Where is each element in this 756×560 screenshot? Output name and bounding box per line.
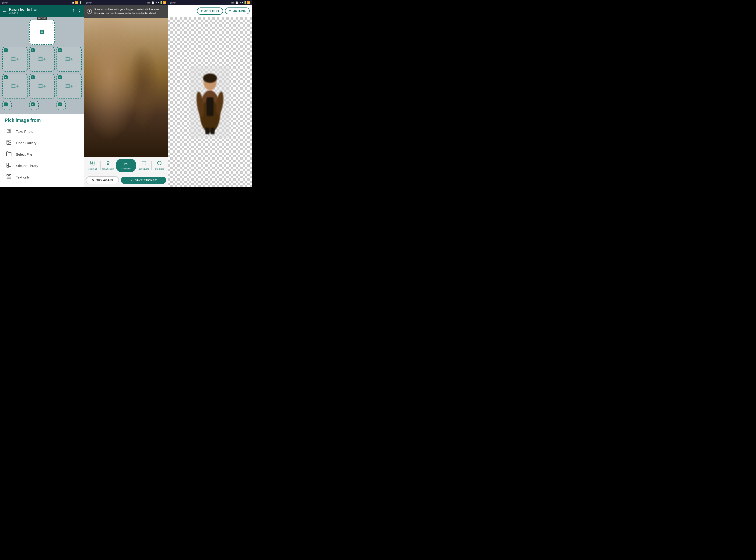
cell-number-1: 1: [4, 48, 8, 52]
image-canvas[interactable]: [84, 18, 168, 157]
try-again-label: TRY AGAIN: [96, 179, 113, 182]
time-2: 18:04: [86, 1, 93, 4]
sticker-library-label: Sticker Library: [16, 164, 38, 168]
add-text-T-icon: T: [201, 9, 203, 13]
tool-cut-square[interactable]: Cut square: [136, 159, 152, 172]
try-again-x-icon: ✕: [92, 179, 95, 182]
sticker-cell-7[interactable]: 7: [2, 101, 12, 110]
save-sticker-button[interactable]: ✓ SAVE STICKER: [121, 177, 166, 184]
smart-select-icon: [105, 161, 111, 167]
svg-rect-6: [7, 175, 8, 176]
bottom-sheet: Pick image from Take Photo Open Gallery: [0, 114, 84, 187]
svg-point-0: [8, 130, 10, 132]
menu-item-select-file[interactable]: Select File: [5, 148, 79, 160]
tool-freehand[interactable]: ✂ Freehand: [116, 159, 136, 172]
cell-number-3: 3: [58, 48, 62, 52]
sticker-cell-1[interactable]: 1 🖼+: [2, 47, 27, 72]
panel-whatsapp: 18:04 ▣ 📶 🔋 ← Pawri ho rhi hai ak1411 ⤴ …: [0, 0, 84, 187]
sticker-cell-2[interactable]: 2 🖼+: [29, 47, 55, 72]
menu-icon[interactable]: ⋮: [78, 8, 82, 14]
cell-number-9: 9: [58, 102, 62, 106]
sticker-cell-6[interactable]: 6 🖼+: [57, 74, 82, 99]
tool-smart-select[interactable]: Smart select: [101, 159, 116, 172]
tray-label: tray icon: [37, 17, 47, 20]
add-text-button[interactable]: T ADD TEXT: [197, 7, 223, 15]
camera-icon: [6, 128, 12, 135]
sticker-grid-row4: 7 8 9: [2, 101, 82, 110]
sticker-grid-row2: 1 🖼+ 2 🖼+ 3 🖼+: [2, 47, 82, 72]
cut-circle-icon: [157, 161, 162, 167]
outline-button[interactable]: ✏ OUTLINE: [225, 7, 250, 14]
cut-square-icon: [141, 161, 146, 167]
menu-item-open-gallery[interactable]: Open Gallery: [5, 137, 79, 148]
svg-rect-11: [93, 161, 95, 163]
sticker-cell-4[interactable]: 4 🖼+: [2, 74, 27, 99]
cell-number-8: 8: [31, 102, 35, 106]
select-file-label: Select File: [16, 152, 32, 156]
time-1: 18:04: [2, 1, 8, 4]
open-gallery-label: Open Gallery: [16, 141, 36, 145]
preview-header: T ADD TEXT ✏ OUTLINE: [168, 5, 252, 17]
text-only-label: Text only: [16, 175, 29, 179]
back-button[interactable]: ←: [2, 8, 7, 14]
sticker-cell-8[interactable]: 8: [29, 101, 39, 110]
add-text-label: ADD TEXT: [204, 9, 219, 13]
editor-status-icons: 📷 📋 ✕ • 🔋📶: [147, 1, 166, 4]
svg-point-14: [107, 161, 109, 164]
menu-item-sticker-library[interactable]: Sticker Library: [5, 160, 79, 172]
add-sticker-6-icon: 🖼+: [65, 83, 73, 89]
try-again-button[interactable]: ✕ TRY AGAIN: [86, 176, 119, 184]
tool-select-all[interactable]: select all: [85, 159, 100, 172]
freehand-icon: ✂: [124, 161, 128, 166]
cell-number-2: 2: [31, 48, 35, 52]
svg-rect-3: [7, 163, 8, 165]
add-sticker-1-icon: 🖼+: [11, 56, 19, 62]
status-bar-1: 18:04 ▣ 📶 🔋: [0, 0, 84, 5]
gallery-icon: [6, 140, 12, 146]
select-all-icon: [90, 161, 95, 167]
editor-top-bar: ℹ Draw an outline with your finger to se…: [84, 5, 168, 18]
sticker-cell-5[interactable]: 5 🖼+: [29, 74, 55, 99]
status-bar-3: 18:04 📷 📋 ✕ • 🔋📶: [168, 0, 252, 5]
svg-rect-5: [7, 165, 8, 167]
sticker-grid-area: tray icon 🖼 + 1 🖼+ 2 🖼+ 3 🖼+ 4: [0, 17, 84, 114]
svg-rect-24: [205, 128, 210, 134]
cell-number-7: 7: [4, 102, 8, 106]
status-icons-1: ▣ 📶 🔋: [72, 1, 82, 4]
add-sticker-4-icon: 🖼+: [11, 83, 19, 89]
menu-item-take-photo[interactable]: Take Photo: [5, 126, 79, 137]
save-check-icon: ✓: [130, 179, 133, 182]
svg-rect-12: [91, 163, 93, 165]
svg-rect-25: [211, 128, 215, 134]
sticker-grid-row3: 4 🖼+ 5 🖼+ 6 🖼+: [2, 74, 82, 99]
svg-point-2: [8, 141, 8, 142]
save-sticker-label: SAVE STICKER: [135, 179, 157, 182]
take-photo-label: Take Photo: [16, 129, 33, 134]
outline-label: OUTLINE: [233, 9, 246, 13]
sticker-library-icon: [6, 162, 12, 169]
info-text: Draw an outline with your finger to sele…: [94, 7, 160, 15]
pick-image-title: Pick image from: [5, 118, 79, 123]
info-line2: You can use pinch-to-zoom to draw in bet…: [94, 12, 157, 15]
sticker-grid: tray icon 🖼 +: [2, 20, 82, 46]
tool-cut-circle[interactable]: Cut circle: [152, 159, 167, 172]
sticker-cell-9[interactable]: 9: [57, 101, 66, 110]
freehand-label: Freehand: [122, 167, 131, 170]
preview-status-icons: 📷 📋 ✕ • 🔋📶: [231, 1, 250, 4]
tray-icon-cell[interactable]: tray icon 🖼 +: [29, 20, 55, 45]
select-all-label: select all: [88, 168, 97, 170]
sticker-cell-3[interactable]: 3 🖼+: [57, 47, 82, 72]
editor-toolbar: select all Smart select ✂ Freehand: [84, 157, 168, 174]
menu-item-text-only[interactable]: Text only: [5, 172, 79, 183]
action-buttons: ✕ TRY AGAIN ✓ SAVE STICKER: [84, 174, 168, 187]
text-only-icon: [6, 174, 12, 181]
add-sticker-3-icon: 🖼+: [65, 56, 73, 62]
header-icons: ⤴ ⋮: [72, 8, 82, 14]
chat-title-section: Pawri ho rhi hai ak1411: [9, 7, 70, 15]
svg-rect-15: [142, 161, 146, 165]
cell-number-6: 6: [58, 75, 62, 79]
share-icon[interactable]: ⤴: [72, 8, 74, 14]
add-sticker-5-icon: 🖼+: [38, 83, 46, 89]
outline-pencil-icon: ✏: [229, 9, 231, 13]
svg-rect-4: [9, 163, 11, 165]
